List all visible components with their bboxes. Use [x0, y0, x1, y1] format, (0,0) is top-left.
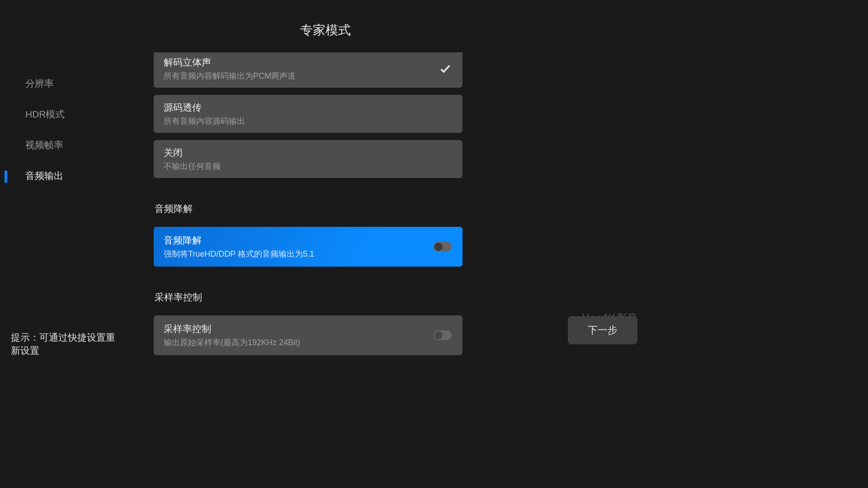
sidebar-item-framerate[interactable]: 视频帧率: [25, 139, 154, 151]
option-title: 解码立体声: [164, 56, 439, 69]
option-description: 不输出任何音频: [164, 161, 453, 172]
toggle-knob: [434, 331, 443, 339]
checkmark-icon: [439, 62, 452, 75]
toggle-audio-downmix[interactable]: [434, 242, 452, 252]
toggle-knob: [434, 243, 443, 251]
option-text: 源码透传 所有音频内容源码输出: [164, 101, 453, 127]
option-off[interactable]: 关闭 不输出任何音频: [154, 140, 462, 178]
sidebar-item-label: 视频帧率: [25, 140, 63, 150]
section-header-samplerate: 采样率控制: [155, 291, 624, 304]
page-title: 专家模式: [0, 0, 651, 52]
sidebar-item-label: 分辨率: [25, 78, 54, 89]
option-text: 采样率控制 输出原始采样率(最高为192KHz 24Bit): [164, 323, 434, 348]
sidebar-item-hdr[interactable]: HDR模式: [25, 108, 154, 121]
option-title: 采样率控制: [164, 323, 434, 335]
option-description: 所有音频内容解码输出为PCM两声道: [164, 70, 439, 81]
option-text: 关闭 不输出任何音频: [164, 146, 453, 172]
option-description: 所有音频内容源码输出: [164, 116, 453, 127]
sidebar-item-audio-output[interactable]: 音频输出: [25, 169, 154, 182]
option-text: 音频降解 强制将TrueHD/DDP 格式的音频输出为5.1: [164, 234, 434, 259]
sidebar-item-resolution[interactable]: 分辨率: [25, 77, 154, 90]
section-header-downmix: 音频降解: [155, 202, 624, 215]
card-audio-downmix[interactable]: 音频降解 强制将TrueHD/DDP 格式的音频输出为5.1: [154, 227, 462, 267]
option-title: 关闭: [164, 146, 453, 159]
option-description: 输出原始采样率(最高为192KHz 24Bit): [164, 337, 434, 348]
option-text: 解码立体声 所有音频内容解码输出为PCM两声道: [164, 56, 439, 81]
option-title: 音频降解: [164, 234, 434, 247]
toggle-samplerate[interactable]: [434, 330, 452, 340]
option-passthrough[interactable]: 源码透传 所有音频内容源码输出: [154, 95, 462, 133]
card-samplerate-control[interactable]: 采样率控制 输出原始采样率(最高为192KHz 24Bit): [154, 315, 462, 355]
next-button[interactable]: 下一步: [568, 316, 637, 344]
hint-text: 提示：可通过快捷设置重新设置: [11, 331, 124, 357]
option-title: 源码透传: [164, 101, 453, 114]
sidebar-item-label: 音频输出: [25, 170, 63, 181]
option-description: 强制将TrueHD/DDP 格式的音频输出为5.1: [164, 249, 434, 259]
sidebar: 分辨率 HDR模式 视频帧率 音频输出: [0, 52, 154, 366]
sidebar-item-label: HDR模式: [25, 109, 65, 119]
option-decode-stereo[interactable]: 解码立体声 所有音频内容解码输出为PCM两声道: [154, 52, 462, 88]
